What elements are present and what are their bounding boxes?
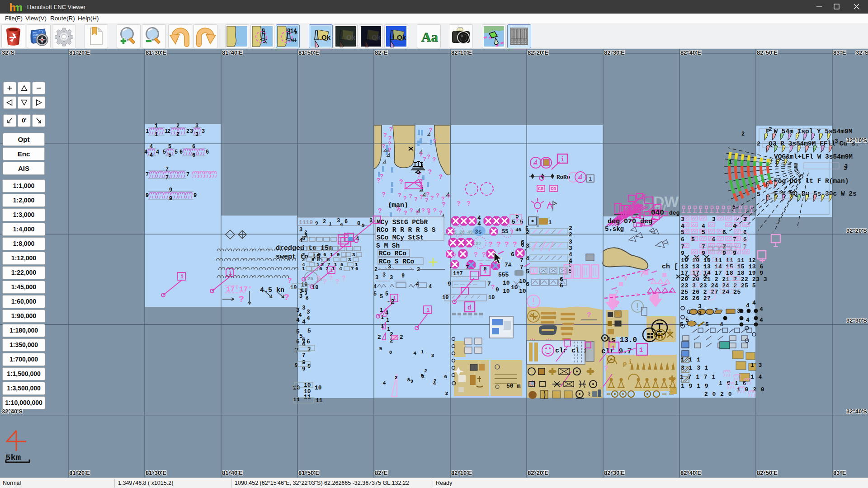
svg-text:?: ? [414, 196, 418, 203]
svg-text:?: ? [380, 173, 383, 180]
svg-text:?: ? [409, 193, 412, 200]
svg-text:82°50'E: 82°50'E [757, 49, 778, 56]
svg-text:4: 4 [752, 300, 756, 306]
svg-text:27: 27 [476, 241, 481, 246]
svg-text:2: 2 [569, 225, 572, 232]
svg-text:?: ? [415, 210, 419, 216]
svg-text:1: 1 [639, 347, 643, 354]
svg-text:4: 4 [150, 152, 153, 159]
svg-text:9: 9 [410, 379, 414, 384]
svg-text:4: 4 [340, 222, 343, 227]
svg-text:?: ? [288, 277, 292, 285]
svg-text:?: ? [433, 138, 436, 145]
svg-text:5: 5 [168, 144, 171, 150]
svg-text:4: 4 [383, 380, 386, 386]
svg-text:4: 4 [702, 223, 705, 230]
svg-text:6: 6 [560, 282, 563, 289]
svg-text:3: 3 [681, 216, 684, 223]
svg-text:-2: -2 [387, 298, 395, 306]
svg-text:4: 4 [746, 317, 750, 324]
svg-text:6: 6 [511, 251, 514, 258]
svg-text:?: ? [389, 126, 393, 133]
svg-text:Ok: Ok [346, 33, 356, 41]
svg-text:9: 9 [379, 346, 382, 352]
svg-text:10 10 10 11 11 11 12: 10 10 10 11 11 11 12 [681, 257, 756, 264]
svg-text:S M Sh: S M Sh [376, 242, 400, 249]
svg-text:4: 4 [156, 149, 159, 155]
svg-text:2: 2 [757, 141, 760, 147]
svg-text:?: ? [382, 191, 386, 198]
svg-text:8: 8 [407, 377, 410, 383]
svg-text:82°30'E: 82°30'E [604, 469, 625, 476]
svg-text:4: 4 [373, 284, 377, 290]
svg-text:RCo S RCo: RCo S RCo [379, 258, 415, 265]
svg-text:CG: CG [538, 187, 543, 192]
svg-text:83°E: 83°E [833, 49, 846, 56]
svg-text:5: 5 [691, 236, 695, 243]
svg-text:10: 10 [442, 295, 448, 301]
svg-text:?: ? [423, 156, 426, 163]
svg-text:10: 10 [503, 288, 510, 295]
svg-text:?: ? [441, 196, 445, 202]
svg-text:6: 6 [192, 144, 195, 150]
svg-text:82°20'E: 82°20'E [528, 49, 548, 56]
svg-text:?: ? [615, 289, 619, 296]
svg-text:10: 10 [488, 295, 495, 301]
svg-text:1: 1 [146, 128, 149, 135]
svg-text:?: ? [342, 275, 345, 282]
svg-text:3: 3 [375, 275, 378, 281]
svg-text:9: 9 [362, 223, 365, 228]
svg-text:7: 7 [146, 172, 149, 178]
svg-text:83°E: 83°E [833, 469, 846, 476]
svg-text:17 17 14 17 18 18 19 9: 17 17 14 17 18 18 19 9 [681, 270, 764, 277]
svg-text:2: 2 [741, 131, 745, 137]
svg-text:4: 4 [720, 321, 723, 328]
svg-text:Ok: Ok [372, 33, 381, 41]
svg-text:2: 2 [569, 231, 572, 238]
svg-text:9: 9 [448, 281, 451, 287]
svg-text:9: 9 [295, 362, 298, 369]
svg-text:3: 3 [569, 245, 572, 252]
svg-text:10: 10 [519, 288, 526, 295]
svg-text:2: 2 [769, 126, 772, 133]
svg-text:82°30'E: 82°30'E [604, 49, 625, 56]
svg-text:81°40'E: 81°40'E [222, 469, 243, 476]
svg-text:1: 1 [611, 345, 615, 352]
svg-text:5km: 5km [5, 453, 21, 463]
svg-text:1: 1 [589, 176, 592, 183]
svg-text:7: 7 [702, 244, 705, 250]
svg-text:82°50'E: 82°50'E [757, 469, 778, 476]
svg-text:6: 6 [722, 229, 726, 236]
svg-text:2 0 2 0: 2 0 2 0 [704, 391, 732, 398]
svg-text:9: 9 [311, 257, 315, 263]
svg-text:?: ? [635, 292, 638, 299]
svg-text:5: 5 [680, 321, 684, 328]
svg-text:82°10'E: 82°10'E [451, 469, 472, 476]
svg-text:3: 3 [190, 128, 193, 135]
svg-text:8: 8 [306, 296, 309, 301]
svg-text:10: 10 [301, 287, 307, 294]
svg-text:?: ? [427, 154, 430, 160]
svg-text:?: ? [403, 195, 407, 202]
svg-text:5: 5 [705, 321, 709, 328]
svg-text:4: 4 [433, 381, 436, 386]
svg-text:9: 9 [169, 196, 172, 202]
svg-text:1119: 1119 [299, 219, 313, 226]
svg-text:82°10'E: 82°10'E [451, 49, 472, 56]
svg-text:1 4: 1 4 [750, 374, 762, 380]
svg-text:4: 4 [526, 255, 529, 262]
svg-text:81°20'E: 81°20'E [69, 469, 90, 476]
svg-text:deg 070 deg: deg 070 deg [608, 218, 652, 225]
svg-text:2: 2 [395, 375, 398, 380]
svg-text:2: 2 [377, 334, 381, 341]
svg-text:9: 9 [169, 187, 172, 193]
svg-text:2: 2 [186, 128, 189, 135]
svg-text:25: 25 [307, 276, 314, 282]
svg-text:5: 5 [681, 229, 684, 236]
svg-text:4: 4 [144, 149, 147, 155]
svg-text:5: 5 [420, 373, 424, 379]
svg-text:9: 9 [337, 252, 340, 258]
svg-text:81°20'E: 81°20'E [69, 49, 90, 56]
svg-text:10: 10 [315, 385, 322, 391]
svg-text:1: 1 [155, 131, 158, 138]
